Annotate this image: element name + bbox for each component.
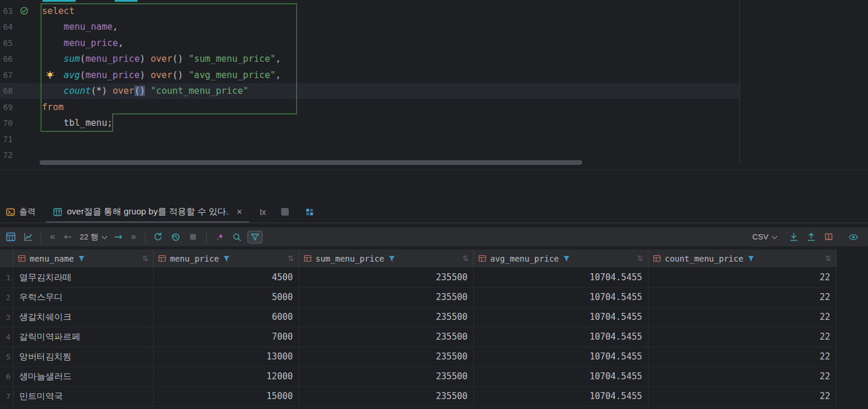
pin-tab-icon[interactable] <box>212 230 226 244</box>
filter-icon[interactable] <box>247 231 263 244</box>
cell-menu_name[interactable]: 생마늘샐러드 <box>13 367 153 386</box>
column-header-menu_price[interactable]: menu_price ⇅ <box>153 249 299 267</box>
token <box>42 38 63 48</box>
first-page-button[interactable]: « <box>49 232 55 242</box>
compare-book-icon[interactable] <box>821 230 835 244</box>
editor-line-63[interactable]: 63 select <box>0 3 739 19</box>
column-header-avg_menu_price[interactable]: avg_menu_price ⇅ <box>473 249 648 267</box>
column-filter-funnel-icon[interactable] <box>563 255 570 262</box>
cell-sum_menu_price[interactable]: 235500 <box>299 347 473 366</box>
editor-line-70[interactable]: 70 tbl_menu; <box>0 115 739 132</box>
cell-avg_menu_price[interactable]: 10704.5455 <box>473 327 648 347</box>
cell-avg_menu_price[interactable]: 10704.5455 <box>473 367 648 386</box>
placeholder-square-icon[interactable] <box>281 208 289 216</box>
cell-count_menu_price[interactable]: 22 <box>648 327 837 347</box>
editor-horizontal-scrollbar[interactable] <box>40 160 582 165</box>
column-filter-funnel-icon[interactable] <box>78 255 85 262</box>
editor-line-65[interactable]: 65 menu_price, <box>0 35 739 51</box>
row-number-gutter-header <box>0 249 13 267</box>
token: select <box>42 6 75 16</box>
tab-result[interactable]: over절을 통해 gruop by를 적용할 수 있다. × <box>46 201 249 223</box>
cell-menu_name[interactable]: 앙버터김치찜 <box>13 347 153 366</box>
cell-count_menu_price[interactable]: 22 <box>648 347 837 366</box>
cell-avg_menu_price[interactable]: 10704.5455 <box>473 308 648 327</box>
stop-icon[interactable] <box>186 230 200 244</box>
cell-menu_price[interactable]: 5000 <box>153 288 299 307</box>
sort-toggle-icon[interactable]: ⇅ <box>462 254 469 263</box>
editor-line-64[interactable]: 64 menu_name, <box>0 19 739 36</box>
editor-line-69[interactable]: 69from <box>0 99 739 115</box>
sort-toggle-icon[interactable]: ⇅ <box>637 254 643 263</box>
export-format-dropdown[interactable]: CSV <box>752 232 777 241</box>
cell-avg_menu_price[interactable]: 10704.5455 <box>473 288 648 307</box>
sort-toggle-icon[interactable]: ⇅ <box>825 254 831 263</box>
sort-toggle-icon[interactable]: ⇅ <box>142 254 148 263</box>
column-header-sum_menu_price[interactable]: sum_menu_price ⇅ <box>299 249 473 267</box>
column-header-menu_name[interactable]: menu_name ⇅ <box>13 249 153 267</box>
cell-menu_price[interactable]: 6000 <box>153 308 299 327</box>
close-icon[interactable]: × <box>237 207 242 217</box>
editor-line-68[interactable]: 68 count(*) over() "count_menu_price" <box>0 83 739 100</box>
view-options-eye-icon[interactable] <box>846 230 860 244</box>
cell-count_menu_price[interactable]: 22 <box>648 288 837 307</box>
table-row: 6생마늘샐러드1200023550010704.545522 <box>0 367 837 387</box>
cell-menu_price[interactable]: 4500 <box>153 268 299 287</box>
line-number: 67 <box>0 70 13 80</box>
cell-menu_price[interactable]: 15000 <box>153 387 299 406</box>
gutter-icon-slot <box>17 103 30 112</box>
column-filter-funnel-icon[interactable] <box>747 255 754 262</box>
cell-menu_price[interactable]: 12000 <box>153 367 299 386</box>
cell-sum_menu_price[interactable]: 235500 <box>299 367 473 386</box>
cell-menu_name[interactable]: 생갈치쉐이크 <box>13 308 153 327</box>
cell-menu_price[interactable]: 7000 <box>153 327 299 347</box>
editor-line-71[interactable]: 71 <box>0 131 739 147</box>
cell-sum_menu_price[interactable]: 235500 <box>299 288 473 307</box>
column-header-count_menu_price[interactable]: count_menu_price ⇅ <box>648 249 837 267</box>
last-page-button[interactable]: » <box>130 232 136 242</box>
table-view-icon[interactable] <box>3 230 17 244</box>
cell-sum_menu_price[interactable]: 235500 <box>299 327 473 347</box>
cell-sum_menu_price[interactable]: 235500 <box>299 268 473 287</box>
export-download-icon[interactable] <box>786 230 800 244</box>
cell-sum_menu_price[interactable]: 235500 <box>299 387 473 406</box>
run-success-check-icon[interactable] <box>17 6 30 16</box>
code-text: tbl_menu; <box>42 118 112 128</box>
cell-menu_price[interactable]: 13000 <box>153 347 299 366</box>
cell-avg_menu_price[interactable]: 10704.5455 <box>473 387 648 406</box>
intention-bulb-icon[interactable] <box>45 70 55 80</box>
cell-sum_menu_price[interactable]: 235500 <box>299 308 473 327</box>
tab-output[interactable]: 출력 <box>0 201 44 223</box>
cell-avg_menu_price[interactable]: 10704.5455 <box>473 347 648 366</box>
chart-view-icon[interactable] <box>21 230 35 244</box>
editor-right-divider <box>739 0 740 164</box>
column-type-icon <box>304 255 311 262</box>
refresh-icon[interactable] <box>151 230 165 244</box>
next-page-button[interactable]: → <box>114 232 122 242</box>
cell-count_menu_price[interactable]: 22 <box>648 268 837 287</box>
search-icon[interactable] <box>230 230 244 244</box>
row-number: 7 <box>0 387 13 406</box>
column-filter-funnel-icon[interactable] <box>223 255 230 262</box>
sql-editor[interactable]: 63 select64 menu_name,65 menu_price,66 s… <box>0 0 868 170</box>
column-filter-funnel-icon[interactable] <box>388 255 395 262</box>
cell-avg_menu_price[interactable]: 10704.5455 <box>473 268 648 287</box>
page-size-dropdown[interactable]: 22 행 <box>80 232 107 242</box>
sort-toggle-icon[interactable]: ⇅ <box>288 254 294 263</box>
line-number: 71 <box>0 135 13 144</box>
grid-body: 1열무김치라떼450023550010704.5455222우럭스무디50002… <box>0 268 837 407</box>
import-upload-icon[interactable] <box>804 230 818 244</box>
cell-count_menu_price[interactable]: 22 <box>648 367 837 386</box>
cell-menu_name[interactable]: 갈릭미역파르페 <box>13 327 153 347</box>
previous-page-button[interactable]: ← <box>63 232 72 242</box>
editor-line-66[interactable]: 66 sum(menu_price) over() "sum_menu_pric… <box>0 51 739 68</box>
editor-line-67[interactable]: 67 avg(menu_price) over() "avg_menu_pric… <box>0 67 739 83</box>
cell-count_menu_price[interactable]: 22 <box>648 387 837 406</box>
cell-menu_name[interactable]: 열무김치라떼 <box>13 268 153 287</box>
cell-menu_name[interactable]: 민트미역국 <box>13 387 153 406</box>
cell-count_menu_price[interactable]: 22 <box>648 308 837 327</box>
grid-view-icon[interactable] <box>305 207 314 217</box>
history-icon[interactable] <box>169 230 183 244</box>
table-row: 3생갈치쉐이크600023550010704.545522 <box>0 308 837 327</box>
cell-menu_name[interactable]: 우럭스무디 <box>13 288 153 307</box>
token: ( <box>80 70 85 80</box>
